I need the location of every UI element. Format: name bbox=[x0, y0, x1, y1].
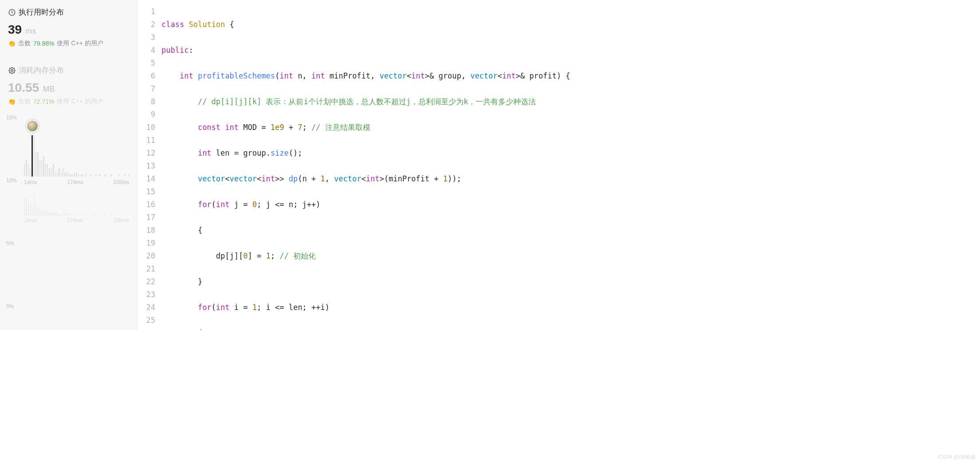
xtick: 174ms bbox=[67, 217, 83, 224]
xtick: 335ms bbox=[113, 179, 129, 185]
memory-beat-percent: 72.71% bbox=[33, 98, 54, 105]
xtick: 14ms bbox=[24, 179, 37, 185]
clap-icon: 👏 bbox=[8, 98, 16, 105]
mini-x-axis: 14ms 174ms 335ms bbox=[24, 217, 129, 224]
memory-beat: 👏 击败 72.71% 使用 C++ 的用户 bbox=[8, 98, 129, 106]
runtime-header: 执行用时分布 bbox=[8, 7, 129, 17]
xtick: 174ms bbox=[67, 179, 83, 185]
line-gutter: 1234567891011121314151617181920212223242… bbox=[138, 0, 161, 330]
clap-icon: 👏 bbox=[8, 40, 16, 47]
runtime-value: 39 bbox=[8, 23, 22, 36]
runtime-beat-suffix: 使用 C++ 的用户 bbox=[57, 39, 103, 47]
xtick: 335ms bbox=[113, 217, 129, 224]
ytick: 15% bbox=[6, 114, 17, 121]
xtick: 14ms bbox=[24, 217, 37, 224]
ytick: 10% bbox=[6, 177, 17, 184]
runtime-beat-label: 击败 bbox=[18, 39, 31, 47]
svg-point-1 bbox=[9, 68, 15, 73]
runtime-beat-percent: 79.88% bbox=[33, 40, 54, 47]
clock-icon bbox=[8, 8, 16, 16]
runtime-value-row: 39 ms bbox=[8, 23, 129, 37]
mini-chart[interactable] bbox=[24, 193, 129, 216]
ytick: 0% bbox=[6, 303, 17, 310]
bars bbox=[24, 114, 129, 177]
memory-header-text: 消耗内存分布 bbox=[19, 65, 64, 75]
memory-beat-suffix: 使用 C++ 的用户 bbox=[57, 98, 103, 106]
runtime-chart[interactable]: 15% 10% 5% 0% 14ms 174ms 335ms 14ms 174m… bbox=[8, 114, 129, 323]
stats-panel: 执行用时分布 39 ms 👏 击败 79.88% 使用 C++ 的用户 消耗内存… bbox=[0, 0, 138, 330]
memory-unit: MB bbox=[43, 85, 55, 94]
code-body[interactable]: class Solution { public: int profitableS… bbox=[161, 0, 700, 330]
runtime-beat: 👏 击败 79.88% 使用 C++ 的用户 bbox=[8, 39, 129, 47]
runtime-unit: ms bbox=[26, 27, 36, 35]
memory-beat-label: 击败 bbox=[18, 98, 31, 106]
x-axis: 14ms 174ms 335ms bbox=[24, 179, 129, 185]
ytick: 5% bbox=[6, 240, 17, 247]
svg-point-2 bbox=[11, 69, 13, 71]
memory-value: 10.55 bbox=[8, 81, 39, 94]
memory-value-row: 10.55 MB bbox=[8, 81, 129, 95]
y-axis: 15% 10% 5% 0% bbox=[6, 114, 17, 310]
runtime-header-text: 执行用时分布 bbox=[19, 7, 64, 17]
code-editor[interactable]: 1234567891011121314151617181920212223242… bbox=[138, 0, 700, 330]
memory-icon bbox=[8, 67, 16, 75]
memory-header: 消耗内存分布 bbox=[8, 65, 129, 75]
